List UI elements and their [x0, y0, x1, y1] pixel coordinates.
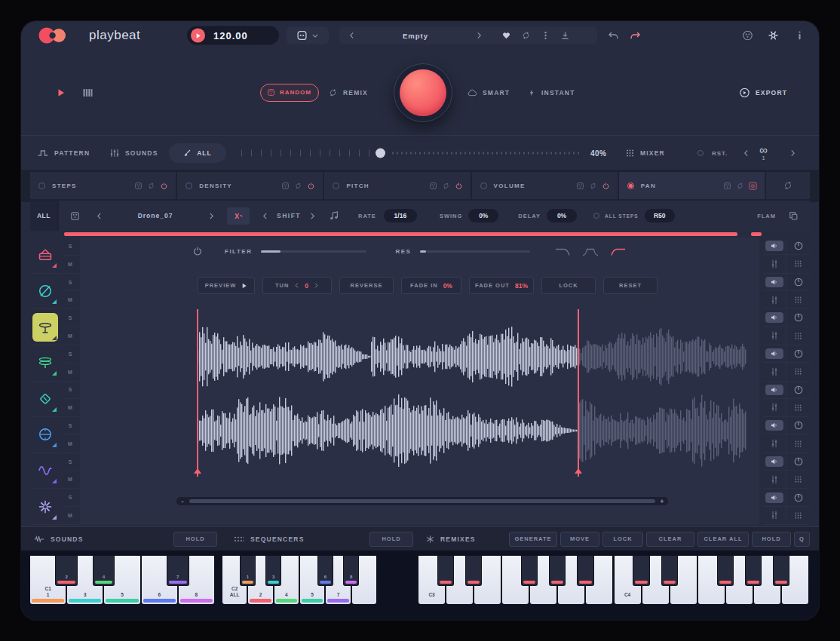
solo-button[interactable]: S: [62, 238, 78, 256]
reverse-button[interactable]: REVERSE: [339, 277, 394, 294]
flam-button[interactable]: FLAM: [757, 213, 776, 219]
track-grid-icon[interactable]: [794, 332, 802, 340]
note-icon[interactable]: [330, 211, 339, 220]
all-steps-value[interactable]: R50: [645, 209, 675, 222]
solo-button[interactable]: S: [62, 274, 78, 292]
sample-next-icon[interactable]: [208, 213, 215, 219]
delay-value[interactable]: 0%: [547, 209, 577, 222]
bpm-value[interactable]: 120.00: [213, 30, 248, 41]
track-output-button[interactable]: [765, 312, 783, 323]
pattern-length-control[interactable]: ∞ 1: [759, 146, 768, 161]
track-fader-icon[interactable]: [770, 511, 779, 520]
track-icon-cymbal[interactable]: [32, 277, 58, 305]
track-output-button[interactable]: [765, 420, 783, 431]
track-pan-knob[interactable]: [794, 349, 803, 358]
tune-up-icon[interactable]: [314, 283, 319, 288]
track-output-button[interactable]: [765, 277, 783, 287]
shift-left-icon[interactable]: [262, 213, 268, 219]
settings-icon[interactable]: [768, 31, 778, 41]
generate-remix-button[interactable]: GENERATE: [509, 532, 557, 547]
tab-radio[interactable]: [480, 182, 487, 189]
track-fader-icon[interactable]: [770, 331, 779, 340]
track-pan-knob[interactable]: [794, 278, 803, 287]
mute-button[interactable]: M: [62, 507, 78, 524]
sample-prev-icon[interactable]: [96, 213, 103, 219]
solo-button[interactable]: S: [62, 345, 78, 363]
track-fader-icon[interactable]: [770, 367, 779, 376]
end-marker-handle[interactable]: [575, 468, 582, 474]
track-pan-knob[interactable]: [794, 457, 803, 466]
clear-remix-button[interactable]: CLEAR: [646, 532, 694, 547]
amount-slider-handle[interactable]: [376, 148, 385, 158]
black-key[interactable]: [577, 556, 593, 586]
big-randomize-button-face[interactable]: [400, 69, 446, 116]
black-key[interactable]: [437, 556, 454, 586]
track-pan-knob[interactable]: [794, 421, 803, 430]
black-key[interactable]: 7: [167, 556, 189, 586]
tab-radio[interactable]: [185, 182, 192, 189]
smart-button[interactable]: SMART: [468, 88, 510, 97]
track-grid-icon[interactable]: [794, 403, 802, 412]
dice-icon[interactable]: [577, 182, 584, 189]
track-pan-knob[interactable]: [794, 241, 803, 250]
fade-out-control[interactable]: FADE OUT 81%: [469, 277, 534, 294]
track-icon-hihat-open[interactable]: [32, 348, 58, 377]
black-key[interactable]: 6: [317, 556, 333, 586]
bandpass-icon[interactable]: [582, 247, 599, 256]
black-key[interactable]: 4: [93, 556, 115, 586]
page-prev-icon[interactable]: [743, 149, 750, 156]
preset-name[interactable]: Empty: [355, 32, 476, 40]
mixer-button[interactable]: MIXER: [626, 149, 665, 157]
track-output-button[interactable]: [765, 348, 783, 359]
mute-button[interactable]: M: [62, 471, 78, 489]
lowpass-icon[interactable]: [555, 247, 572, 256]
loop-icon[interactable]: [443, 182, 449, 189]
refresh-all-button[interactable]: [766, 172, 810, 199]
track-icon-shaker[interactable]: [32, 385, 58, 413]
track-grid-icon[interactable]: [794, 511, 802, 520]
solo-button[interactable]: S: [62, 382, 78, 400]
power-icon[interactable]: [161, 182, 167, 189]
rate-value[interactable]: 1/16: [384, 209, 417, 222]
track-icon-crash[interactable]: [32, 492, 58, 521]
mute-button[interactable]: M: [62, 399, 78, 416]
dice-icon[interactable]: [135, 182, 142, 189]
power-icon[interactable]: [455, 182, 462, 189]
black-key[interactable]: [717, 556, 734, 586]
export-button[interactable]: EXPORT: [740, 87, 787, 97]
preset-prev-icon[interactable]: [348, 32, 355, 39]
quantize-button[interactable]: Q: [794, 532, 810, 547]
reset-indicator[interactable]: [697, 150, 704, 156]
sample-start-marker[interactable]: [197, 309, 198, 477]
mute-button[interactable]: M: [62, 327, 78, 345]
mute-button[interactable]: M: [62, 363, 78, 381]
reset-pattern-button[interactable]: RST.: [712, 149, 728, 156]
preview-button[interactable]: PREVIEW: [198, 277, 255, 294]
track-icon-wave[interactable]: [32, 456, 58, 485]
tab-density[interactable]: DENSITY: [177, 172, 323, 199]
range-segment-end[interactable]: [751, 232, 762, 236]
track-fader-icon[interactable]: [770, 259, 779, 268]
piano-roll-icon[interactable]: [83, 87, 93, 97]
zoom-out-button[interactable]: -: [179, 498, 185, 505]
track-output-button[interactable]: [765, 492, 783, 503]
sounds-view-button[interactable]: SOUNDS: [110, 149, 158, 158]
start-marker-handle[interactable]: [194, 468, 201, 474]
favorite-icon[interactable]: [502, 32, 510, 40]
zoom-in-button[interactable]: +: [659, 498, 665, 505]
reset-sample-button[interactable]: RESET: [603, 277, 658, 294]
filter-power-icon[interactable]: [193, 247, 202, 256]
black-key[interactable]: [549, 556, 566, 586]
track-grid-icon[interactable]: [794, 296, 802, 304]
waveform-scrollbar[interactable]: - +: [176, 497, 668, 505]
track-pan-knob[interactable]: [794, 313, 803, 322]
ai-mode-dropdown[interactable]: [287, 27, 329, 44]
hold-remix-button[interactable]: HOLD: [752, 532, 791, 547]
power-icon[interactable]: [602, 182, 609, 189]
track-pan-knob[interactable]: [794, 385, 803, 394]
track-fader-icon[interactable]: [770, 403, 779, 412]
shift-right-icon[interactable]: [309, 213, 316, 219]
black-key[interactable]: [773, 556, 789, 586]
track-icon-tom[interactable]: [32, 420, 58, 449]
track-grid-icon[interactable]: [794, 367, 802, 376]
